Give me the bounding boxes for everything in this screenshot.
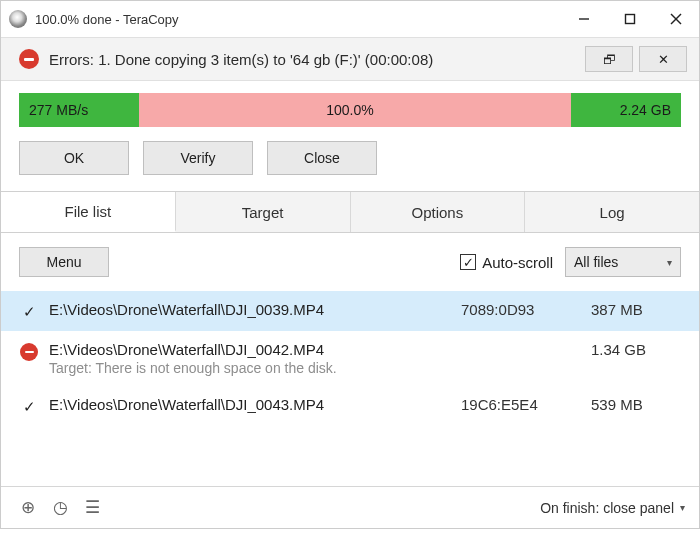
file-path: E:\Videos\Drone\Waterfall\DJI_0039.MP4 xyxy=(49,301,451,318)
maximize-button[interactable] xyxy=(607,1,653,37)
on-finish-select[interactable]: On finish: close panel ▾ xyxy=(540,500,685,516)
on-finish-label: On finish: close panel xyxy=(540,500,674,516)
file-hash: 19C6:E5E4 xyxy=(461,396,581,413)
error-icon xyxy=(20,343,38,361)
filter-value: All files xyxy=(574,254,618,270)
file-hash: 7089:0D93 xyxy=(461,301,581,318)
checkbox-icon: ✓ xyxy=(460,254,476,270)
progress-bar: 277 MB/s 100.0% 2.24 GB xyxy=(19,93,681,127)
ok-button[interactable]: OK xyxy=(19,141,129,175)
auto-scroll-checkbox[interactable]: ✓ Auto-scroll xyxy=(460,254,553,271)
footer: ⊕ ◷ ☰ On finish: close panel ▾ xyxy=(1,486,699,528)
minimize-button[interactable] xyxy=(561,1,607,37)
close-window-button[interactable] xyxy=(653,1,699,37)
progress-speed: 277 MB/s xyxy=(19,93,139,127)
file-size: 539 MB xyxy=(591,396,681,413)
auto-scroll-label: Auto-scroll xyxy=(482,254,553,271)
file-list: ✓ E:\Videos\Drone\Waterfall\DJI_0039.MP4… xyxy=(1,291,699,426)
tab-options[interactable]: Options xyxy=(351,192,526,232)
chevron-down-icon: ▾ xyxy=(680,502,685,513)
history-icon[interactable]: ◷ xyxy=(47,495,73,521)
close-button[interactable]: Close xyxy=(267,141,377,175)
list-icon[interactable]: ☰ xyxy=(79,495,105,521)
verify-button[interactable]: Verify xyxy=(143,141,253,175)
error-icon xyxy=(19,49,39,69)
restore-panel-button[interactable]: 🗗 xyxy=(585,46,633,72)
app-icon xyxy=(9,10,27,28)
table-row[interactable]: E:\Videos\Drone\Waterfall\DJI_0042.MP4 T… xyxy=(1,331,699,386)
titlebar: 100.0% done - TeraCopy xyxy=(1,1,699,37)
window-title: 100.0% done - TeraCopy xyxy=(35,12,561,27)
filter-select[interactable]: All files ▾ xyxy=(565,247,681,277)
file-size: 1.34 GB xyxy=(591,341,681,358)
check-icon: ✓ xyxy=(23,398,36,416)
table-row[interactable]: ✓ E:\Videos\Drone\Waterfall\DJI_0039.MP4… xyxy=(1,291,699,331)
close-panel-button[interactable]: ✕ xyxy=(639,46,687,72)
file-path: E:\Videos\Drone\Waterfall\DJI_0042.MP4 xyxy=(49,341,451,358)
tabs: File list Target Options Log xyxy=(1,191,699,233)
chevron-down-icon: ▾ xyxy=(667,257,672,268)
status-message: Errors: 1. Done copying 3 item(s) to '64… xyxy=(49,51,585,68)
check-icon: ✓ xyxy=(23,303,36,321)
add-icon[interactable]: ⊕ xyxy=(15,495,41,521)
table-row[interactable]: ✓ E:\Videos\Drone\Waterfall\DJI_0043.MP4… xyxy=(1,386,699,426)
progress-total: 2.24 GB xyxy=(571,93,681,127)
status-row: Errors: 1. Done copying 3 item(s) to '64… xyxy=(1,37,699,81)
file-size: 387 MB xyxy=(591,301,681,318)
file-error-message: Target: There is not enough space on the… xyxy=(49,360,451,376)
tab-target[interactable]: Target xyxy=(176,192,351,232)
tab-file-list[interactable]: File list xyxy=(1,192,176,232)
tab-log[interactable]: Log xyxy=(525,192,699,232)
file-path: E:\Videos\Drone\Waterfall\DJI_0043.MP4 xyxy=(49,396,451,413)
svg-rect-1 xyxy=(626,15,635,24)
menu-button[interactable]: Menu xyxy=(19,247,109,277)
